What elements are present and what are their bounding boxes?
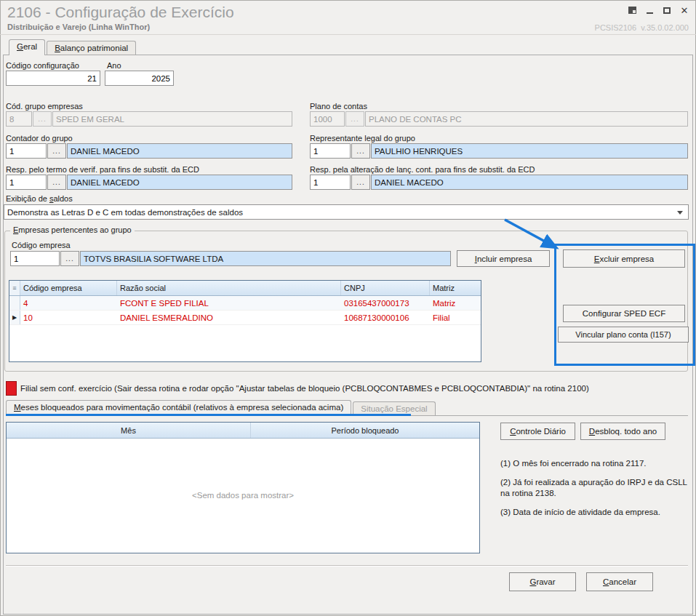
- plano-contas-label: Plano de contas: [310, 102, 367, 111]
- empresas-grid: ≡ Código empresa Razão social CNPJ Matri…: [9, 280, 481, 362]
- note-1: (1) O mês foi encerrado na rotina 2117.: [500, 458, 688, 470]
- codigo-configuracao-label: Código configuração: [6, 61, 79, 70]
- excluir-empresa-button[interactable]: Excluir empresa: [563, 249, 685, 268]
- empresa-nome-field: TOTVS BRASILIA SOFTWARE LTDA: [80, 251, 451, 266]
- incluir-empresa-button[interactable]: Incluir empresa: [457, 250, 550, 267]
- resp-termo-name-field: DANIEL MACEDO: [67, 175, 292, 190]
- row-indicator-cell: ▶: [9, 311, 20, 324]
- annotation-underline: [6, 414, 411, 416]
- version-label: PCSIS2106 v.35.0.02.000: [595, 23, 689, 32]
- chevron-down-icon: [677, 211, 683, 215]
- resp-alteracao-lookup-button[interactable]: ...: [351, 175, 370, 190]
- cell-cnpj: 10687130000106: [341, 311, 430, 324]
- cell-codigo-empresa: 10: [20, 311, 117, 324]
- cell-matriz: Matriz: [430, 296, 481, 310]
- window-subtitle: Distribuição e Varejo (Linha WinThor): [7, 23, 150, 31]
- exibicao-saldos-select[interactable]: Demonstra as Letras D e C em todas demon…: [4, 204, 689, 220]
- selected-row-indicator-icon: ▶: [12, 314, 17, 321]
- grupo-empresas-label: Cód. grupo empresas: [6, 102, 83, 111]
- resp-termo-code-input[interactable]: [6, 175, 47, 190]
- ano-label: Ano: [107, 61, 121, 70]
- restore-icon[interactable]: [626, 5, 638, 15]
- resp-alteracao-label: Resp. pela alteração de lanç. cont. para…: [310, 165, 535, 174]
- exibicao-saldos-value: Demonstra as Letras D e C em todas demon…: [7, 208, 243, 217]
- representante-code-input[interactable]: [310, 143, 351, 159]
- plano-contas-name: PLANO DE CONTAS PC: [365, 111, 688, 127]
- configurar-sped-button[interactable]: Configurar SPED ECF: [563, 305, 685, 322]
- gravar-button[interactable]: Gravar: [509, 572, 576, 591]
- resp-termo-label: Resp. pelo termo de verif. para fins de …: [6, 165, 199, 174]
- close-icon[interactable]: ✕: [679, 5, 690, 15]
- row-indicator-cell: [9, 296, 20, 310]
- vincular-plano-button[interactable]: Vincular plano conta (I157): [558, 327, 689, 343]
- cell-razao-social: FCONT E SPED FILIAL: [117, 296, 341, 310]
- note-3: (3) Data de início de atividade da empre…: [500, 507, 688, 519]
- grupo-empresas-name: SPED EM GERAL: [52, 111, 292, 127]
- desbloq-todo-ano-button[interactable]: Desbloq. todo ano: [580, 423, 665, 440]
- tab-geral[interactable]: Geral: [9, 39, 45, 55]
- table-row[interactable]: ▶ 10 DANIEL ESMERALDINO 10687130000106 F…: [9, 311, 481, 325]
- column-header-razao-social[interactable]: Razão social: [117, 281, 341, 295]
- minimize-icon[interactable]: [644, 5, 655, 15]
- warning-icon: [6, 381, 17, 396]
- empresa-lookup-button[interactable]: ...: [60, 251, 79, 266]
- ano-input[interactable]: [105, 71, 174, 86]
- exibicao-saldos-label: Exibição de saldos: [6, 194, 73, 203]
- column-header-codigo-empresa[interactable]: Código empresa: [20, 281, 117, 295]
- contador-label: Contador do grupo: [6, 134, 73, 143]
- controle-diario-button[interactable]: Controle Diário: [500, 423, 575, 440]
- grid-settings-icon[interactable]: ≡: [9, 281, 20, 295]
- grupo-empresas-lookup-button: ...: [33, 111, 52, 127]
- cell-matriz: Filial: [430, 311, 481, 324]
- plano-contas-code: 1000: [310, 111, 345, 127]
- empty-placeholder: <Sem dados para mostrar>: [7, 438, 479, 553]
- meses-grid: Mês Período bloqueado <Sem dados para mo…: [6, 422, 480, 553]
- contador-code-input[interactable]: [6, 143, 47, 159]
- contador-name-field: DANIEL MACEDO: [67, 143, 292, 159]
- contador-lookup-button[interactable]: ...: [47, 143, 66, 159]
- representante-label: Representante legal do grupo: [310, 134, 415, 143]
- column-header-periodo-bloqueado[interactable]: Período bloqueado: [251, 423, 479, 438]
- resp-termo-lookup-button[interactable]: ...: [47, 175, 66, 190]
- cancelar-button[interactable]: Cancelar: [586, 572, 653, 591]
- table-row[interactable]: 4 FCONT E SPED FILIAL 03165437000173 Mat…: [9, 296, 481, 311]
- resp-alteracao-code-input[interactable]: [310, 175, 351, 190]
- warning-text: Filial sem conf. exercício (Sair dessa r…: [20, 384, 687, 393]
- header-divider: [0, 34, 696, 35]
- column-header-mes[interactable]: Mês: [7, 423, 251, 438]
- empresas-groupbox-title: Empresas pertencentes ao grupo: [10, 225, 135, 234]
- resp-alteracao-name-field: DANIEL MACEDO: [371, 175, 688, 190]
- maximize-icon[interactable]: [661, 5, 673, 15]
- plano-contas-lookup-button: ...: [345, 111, 364, 127]
- grupo-empresas-code: 8: [6, 111, 32, 127]
- cell-cnpj: 03165437000173: [341, 296, 430, 310]
- cell-razao-social: DANIEL ESMERALDINO: [117, 311, 341, 324]
- window-title: 2106 - Configuração de Exercício: [7, 4, 234, 21]
- codigo-empresa-input[interactable]: [10, 251, 60, 266]
- representante-name-field: PAULHIO HENRIQUES: [371, 143, 688, 159]
- cell-codigo-empresa: 4: [20, 296, 117, 310]
- representante-lookup-button[interactable]: ...: [351, 143, 370, 159]
- tab-balanco-patrimonial[interactable]: Balanço patrimonial: [47, 41, 136, 55]
- footer-divider: [6, 565, 688, 567]
- codigo-empresa-label: Código empresa: [12, 241, 71, 249]
- column-header-matriz[interactable]: Matriz: [430, 281, 481, 295]
- codigo-configuracao-input[interactable]: [6, 71, 100, 86]
- column-header-cnpj[interactable]: CNPJ: [341, 281, 430, 295]
- note-2: (2) Já foi realizada a apuração do IRPJ …: [500, 477, 688, 500]
